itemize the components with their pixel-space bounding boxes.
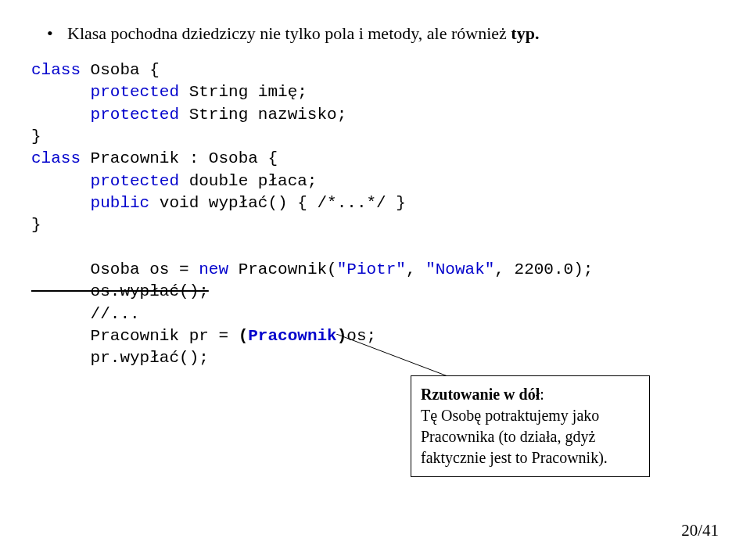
string-literal: "Piotr" xyxy=(337,260,406,278)
page-number: 20/41 xyxy=(681,521,719,540)
cast-type: Pracownik xyxy=(248,327,336,345)
code-text: os; xyxy=(346,327,376,345)
code-text: Osoba os = xyxy=(31,260,199,278)
kw-protected: protected xyxy=(31,83,179,101)
code-text: String imię; xyxy=(179,83,307,101)
code-text: Osoba { xyxy=(81,61,160,79)
code-text: Pracownik( xyxy=(228,260,337,278)
kw-public: public xyxy=(31,194,149,212)
code-strikethrough: os.wypłać(); xyxy=(31,282,209,300)
code-text: pr.wypłać(); xyxy=(31,349,209,367)
code-text: double płaca; xyxy=(179,172,317,190)
string-literal: "Nowak" xyxy=(425,260,494,278)
code-block: class Osoba { protected String imię; pro… xyxy=(31,59,719,370)
code-text: } xyxy=(31,216,41,234)
bullet-text: Klasa pochodna dziedziczy nie tylko pola… xyxy=(67,23,511,43)
kw-protected: protected xyxy=(31,172,179,190)
callout-title: Rzutowanie w dół xyxy=(421,386,540,403)
kw-class: class xyxy=(31,61,81,79)
bullet-marker: • xyxy=(47,23,67,44)
code-text: String nazwisko; xyxy=(179,106,346,124)
kw-protected: protected xyxy=(31,106,179,124)
cast-paren: ) xyxy=(337,327,347,345)
code-text: Pracownik pr = xyxy=(31,327,239,345)
callout-box: Rzutowanie w dół: Tę Osobę potraktujemy … xyxy=(411,375,650,477)
bullet-bold: typ. xyxy=(511,23,539,43)
code-text: Pracownik : Osoba { xyxy=(81,149,278,167)
code-text: void wypłać() { /*...*/ } xyxy=(149,194,406,212)
kw-class: class xyxy=(31,149,81,167)
bullet-item: •Klasa pochodna dziedziczy nie tylko pol… xyxy=(47,23,719,44)
kw-new: new xyxy=(199,260,228,278)
code-text: , xyxy=(406,260,425,278)
code-text: } xyxy=(31,127,41,145)
code-comment: //... xyxy=(31,305,140,323)
code-text: , 2200.0); xyxy=(494,260,593,278)
cast-paren: ( xyxy=(239,327,249,345)
